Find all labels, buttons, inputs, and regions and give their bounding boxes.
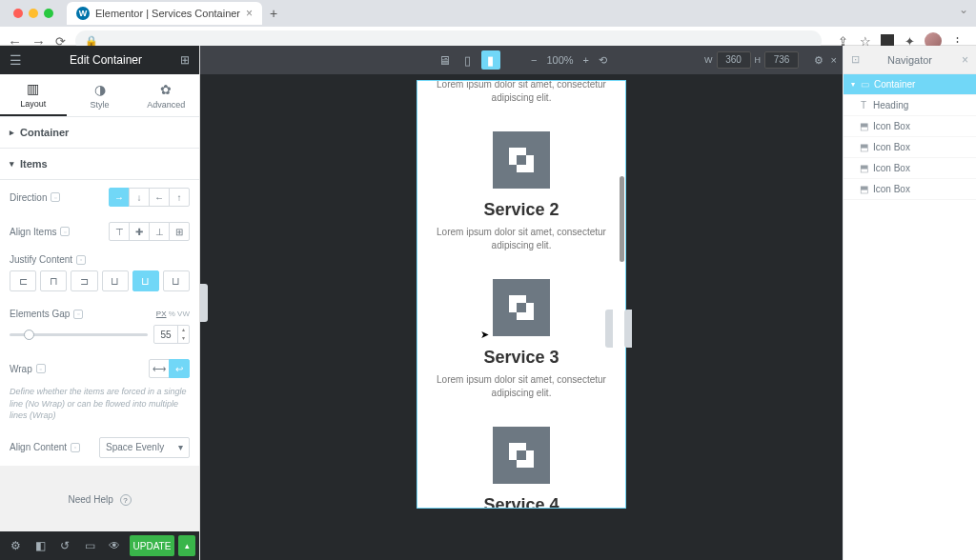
direction-column-reverse-icon[interactable]: ↑: [169, 188, 190, 207]
preview-scrollbar[interactable]: [620, 176, 624, 262]
panel-header: ☰ Edit Container ⊞: [0, 46, 199, 74]
frame-resize-handle-left[interactable]: [605, 310, 613, 348]
unit-vw[interactable]: VW: [177, 310, 190, 318]
nav-item-icon-box[interactable]: ⬒ Icon Box: [844, 137, 976, 158]
chevron-down-icon: ▾: [178, 442, 183, 452]
responsive-icon[interactable]: ▫: [36, 364, 46, 373]
device-tablet-icon[interactable]: ▯: [458, 50, 478, 70]
width-input[interactable]: 360: [717, 51, 751, 69]
history-icon[interactable]: ↺: [53, 534, 76, 557]
unit-px[interactable]: PX: [156, 310, 167, 318]
spin-down-icon[interactable]: ▾: [178, 334, 189, 343]
nav-item-icon-box[interactable]: ⬒ Icon Box: [844, 158, 976, 179]
device-desktop-icon[interactable]: 🖥: [436, 50, 455, 70]
nav-item-label: Container: [874, 79, 915, 90]
tab-style[interactable]: ◑ Style: [67, 74, 133, 116]
justify-start-icon[interactable]: ⊏: [10, 270, 36, 291]
nav-item-heading[interactable]: T Heading: [844, 95, 976, 116]
service-title: Service 4: [425, 495, 618, 509]
direction-row-icon[interactable]: →: [109, 188, 130, 207]
tab-layout[interactable]: ▥ Layout: [0, 74, 67, 116]
navigator-expand-icon[interactable]: ⊡: [851, 53, 860, 66]
justify-end-icon[interactable]: ⊐: [71, 270, 97, 291]
direction-column-icon[interactable]: ↓: [129, 188, 150, 207]
responsive-icon[interactable]: ▫: [73, 310, 83, 319]
window-minimize[interactable]: [29, 9, 38, 18]
panel-resize-handle-left[interactable]: [200, 284, 208, 322]
responsive-icon[interactable]: ▭: [78, 534, 101, 557]
preview-frame[interactable]: Service 1 Lorem ipsum dolor sit amet, co…: [417, 80, 626, 509]
slider-thumb[interactable]: [24, 330, 34, 340]
settings-icon[interactable]: ⚙: [4, 534, 27, 557]
menu-icon[interactable]: ☰: [10, 52, 22, 68]
no-wrap-icon[interactable]: ⟷: [149, 359, 170, 378]
window-close[interactable]: [13, 9, 23, 18]
need-help[interactable]: Need Help ?: [0, 466, 199, 531]
nav-item-label: Heading: [873, 100, 908, 110]
settings-gear-icon[interactable]: ⚙: [814, 54, 824, 67]
tab-label: Layout: [20, 99, 46, 109]
responsive-icon[interactable]: ▫: [71, 443, 80, 452]
justify-center-icon[interactable]: ⊓: [40, 270, 67, 291]
zoom-reset-icon[interactable]: ⟲: [599, 54, 607, 67]
new-tab-button[interactable]: +: [270, 6, 277, 21]
iconbox-icon: ⬒: [859, 184, 868, 194]
align-content-select[interactable]: Space Evenly ▾: [99, 437, 190, 458]
canvas-wrap: Service 1 Lorem ipsum dolor sit amet, co…: [200, 74, 843, 560]
align-stretch-icon[interactable]: ⊞: [169, 222, 190, 241]
tab-advanced[interactable]: ✿ Advanced: [132, 74, 199, 116]
nav-item-icon-box[interactable]: ⬒ Icon Box: [844, 179, 976, 200]
label-align-items: Align Items ▫: [10, 227, 70, 237]
wrap-icon[interactable]: ↩: [169, 359, 190, 378]
cursor-icon: ➤: [480, 329, 489, 341]
section-container[interactable]: ▸ Container: [0, 117, 199, 149]
direction-row-reverse-icon[interactable]: ←: [149, 188, 170, 207]
align-end-icon[interactable]: ⊥: [149, 222, 170, 241]
service-item[interactable]: Service 2 Lorem ipsum dolor sit amet, co…: [425, 131, 618, 252]
unit-percent[interactable]: %: [169, 310, 175, 318]
close-bar-icon[interactable]: ×: [831, 54, 837, 66]
service-item[interactable]: Service 3 Lorem ipsum dolor sit amet, co…: [425, 279, 618, 400]
frame-resize-handle-right[interactable]: [624, 310, 632, 348]
nav-item-container[interactable]: ▾ ▭ Container: [844, 74, 976, 95]
navigator-title: Navigator: [887, 54, 932, 66]
justify-around-icon[interactable]: ⊔: [132, 270, 159, 291]
align-start-icon[interactable]: ⊤: [109, 222, 130, 241]
zoom-value: 100%: [546, 54, 573, 66]
spin-up-icon[interactable]: ▴: [178, 326, 189, 334]
tabs-overflow-icon[interactable]: ⌄: [959, 3, 968, 16]
preview-content: Service 1 Lorem ipsum dolor sit amet, co…: [417, 80, 625, 509]
service-title: Service 2: [425, 200, 618, 220]
chevron-right-icon: ▸: [10, 128, 14, 137]
height-input[interactable]: 736: [764, 51, 799, 69]
zoom-in-icon[interactable]: +: [583, 54, 589, 66]
justify-evenly-icon[interactable]: ⊔: [163, 270, 190, 291]
panel-tabs: ▥ Layout ◑ Style ✿ Advanced: [0, 74, 199, 117]
navigator-close-icon[interactable]: ×: [962, 53, 968, 67]
align-center-icon[interactable]: ✚: [129, 222, 150, 241]
browser-tab[interactable]: W Elementor | Services Container ×: [67, 2, 262, 25]
gap-value: 55: [154, 330, 177, 340]
responsive-icon[interactable]: ▫: [76, 255, 86, 265]
update-button[interactable]: UPDATE: [130, 535, 174, 556]
nav-item-label: Icon Box: [873, 163, 910, 173]
section-items[interactable]: ▾ Items: [0, 149, 199, 180]
update-options-button[interactable]: ▴: [178, 535, 195, 556]
widgets-grid-icon[interactable]: ⊞: [180, 53, 190, 67]
gap-input[interactable]: 55 ▴ ▾: [153, 325, 190, 344]
service-item[interactable]: Service 1 Lorem ipsum dolor sit amet, co…: [425, 80, 618, 105]
preview-icon[interactable]: 👁: [103, 534, 126, 557]
zoom-out-icon[interactable]: −: [531, 54, 537, 66]
canvas-area: 🖥 ▯ ▮ − 100% + ⟲ W 360 H 736 ⚙ ×: [200, 46, 843, 560]
service-item[interactable]: Service 4 Lorem ipsum dolor sit amet, co…: [425, 427, 618, 509]
navigator-icon[interactable]: ◧: [29, 534, 51, 557]
device-mobile-icon[interactable]: ▮: [481, 50, 500, 70]
nav-item-icon-box[interactable]: ⬒ Icon Box: [844, 116, 976, 137]
justify-between-icon[interactable]: ⊔: [102, 270, 129, 291]
tab-close-icon[interactable]: ×: [246, 7, 253, 20]
window-maximize[interactable]: [44, 9, 53, 18]
responsive-icon[interactable]: ▫: [51, 192, 60, 202]
gap-slider[interactable]: [10, 333, 148, 336]
control-elements-gap: Elements Gap ▫ PX % VW 55: [0, 301, 199, 351]
responsive-icon[interactable]: ▫: [60, 227, 70, 236]
